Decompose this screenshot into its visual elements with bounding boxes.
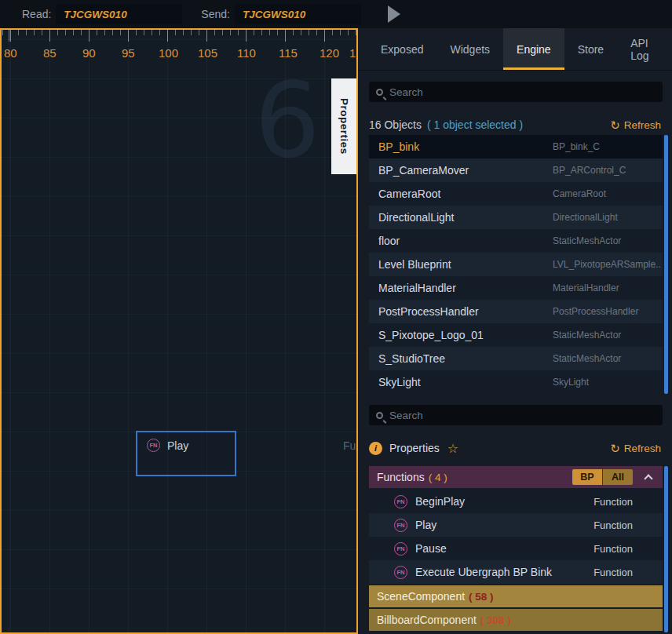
play-function-node[interactable]: FN Play xyxy=(136,431,236,476)
object-name: DirectionalLight xyxy=(378,211,553,224)
object-name: Level Blueprint xyxy=(378,258,553,271)
graph-viewport[interactable]: 80 85 90 95 100 105 110 115 120 1 6 Fun … xyxy=(0,28,358,634)
object-type: MaterialHandler xyxy=(553,282,661,293)
ruler-label: 120 xyxy=(320,46,339,60)
object-type: BP_bink_C xyxy=(553,141,661,152)
ruler-label: 115 xyxy=(279,46,298,60)
tab-label: Exposed xyxy=(381,43,423,56)
objects-refresh-button[interactable]: ↻ Refresh xyxy=(610,119,661,131)
object-row-cameraroot[interactable]: CameraRoot CameraRoot xyxy=(369,182,663,206)
object-row-skylight[interactable]: SkyLight SkyLight xyxy=(369,370,663,394)
function-row-execute-ubergraph[interactable]: FN Execute Ubergraph BP Bink Function xyxy=(369,560,663,584)
properties-side-tab[interactable]: Properties xyxy=(331,78,356,174)
section-title: BillboardComponent xyxy=(377,614,477,626)
tab-engine[interactable]: Engine xyxy=(503,28,564,70)
send-input[interactable] xyxy=(235,4,361,24)
tab-label: Engine xyxy=(517,43,551,56)
object-row-s-studiotree[interactable]: S_StudioTree StaticMeshActor xyxy=(369,347,663,370)
tab-label: API Log xyxy=(630,37,659,62)
app-window: Read: Send: 80 85 90 95 100 105 110 115 … xyxy=(0,0,672,634)
function-name: Pause xyxy=(415,542,593,555)
function-list: FN BeginPlay Function FN Play Function F… xyxy=(369,490,663,584)
section-header-scenecomponent[interactable]: SceneComponent ( 58 ) xyxy=(369,585,663,607)
function-type: Function xyxy=(593,567,633,578)
function-icon: FN xyxy=(394,519,407,532)
read-input[interactable] xyxy=(56,4,182,24)
faint-canvas-text: Fun xyxy=(343,439,358,452)
object-row-s-pixotope-logo[interactable]: S_Pixotope_Logo_01 StaticMeshActor xyxy=(369,323,663,347)
object-list-scrollbar[interactable] xyxy=(664,135,668,394)
properties-search-input[interactable] xyxy=(389,410,656,421)
object-type: PostProcessHandler xyxy=(553,306,661,317)
tab-label: Store xyxy=(578,43,604,56)
refresh-label: Refresh xyxy=(624,119,661,131)
object-type: SkyLight xyxy=(553,377,661,388)
objects-search-input[interactable] xyxy=(389,86,656,98)
object-row-postprocesshandler[interactable]: PostProcessHandler PostProcessHandler xyxy=(369,300,663,323)
ruler-label: 80 xyxy=(4,46,17,60)
right-panel: Exposed Widgets Engine Store API Log 16 … xyxy=(358,28,672,634)
function-name: Play xyxy=(415,519,593,531)
function-icon: FN xyxy=(394,542,407,556)
section-title: SceneComponent xyxy=(377,590,465,603)
ruler-label: 1 xyxy=(349,46,356,60)
object-type: LVL_PixotopeARSample.. xyxy=(553,259,661,270)
send-label: Send: xyxy=(201,8,230,20)
refresh-icon: ↻ xyxy=(610,119,620,131)
refresh-icon: ↻ xyxy=(610,443,620,454)
object-type: StaticMeshActor xyxy=(553,330,661,341)
function-row-pause[interactable]: FN Pause Function xyxy=(369,537,663,560)
object-type: StaticMeshActor xyxy=(553,235,661,246)
panel-tabs: Exposed Widgets Engine Store API Log xyxy=(358,28,672,71)
objects-selected-count: ( 1 object selected ) xyxy=(427,118,523,131)
chevron-up-icon[interactable] xyxy=(644,474,652,483)
object-name: S_StudioTree xyxy=(378,352,553,365)
object-type: BP_ARControl_C xyxy=(553,165,661,176)
section-header-billboardcomponent[interactable]: BillboardComponent ( 308 ) xyxy=(369,609,663,631)
object-name: BP_bink xyxy=(378,140,553,153)
tab-store[interactable]: Store xyxy=(564,28,617,70)
function-row-play[interactable]: FN Play Function xyxy=(369,513,663,537)
object-row-level-blueprint[interactable]: Level Blueprint LVL_PixotopeARSample.. xyxy=(369,253,663,276)
object-row-materialhandler[interactable]: MaterialHandler MaterialHandler xyxy=(369,276,663,300)
function-type: Function xyxy=(593,496,633,508)
objects-count: 16 Objects xyxy=(369,118,422,131)
play-icon[interactable] xyxy=(388,5,400,23)
properties-title: Properties xyxy=(389,442,440,454)
properties-scrollbar[interactable] xyxy=(664,466,668,632)
section-count: ( 308 ) xyxy=(480,614,511,626)
function-row-beginplay[interactable]: FN BeginPlay Function xyxy=(369,490,663,513)
node-header: FN Play xyxy=(137,432,235,452)
properties-search[interactable] xyxy=(369,405,663,425)
function-icon: FN xyxy=(394,495,407,508)
ruler-label: 90 xyxy=(82,46,96,60)
ruler-label: 100 xyxy=(159,46,178,60)
function-name: Execute Ubergraph BP Bink xyxy=(415,566,593,578)
section-header-functions[interactable]: Functions ( 4 ) BP All xyxy=(369,466,663,488)
all-filter-button[interactable]: All xyxy=(603,469,633,485)
bp-filter-button[interactable]: BP xyxy=(572,469,602,485)
function-type: Function xyxy=(593,543,633,555)
object-name: PostProcessHandler xyxy=(378,305,553,318)
refresh-label: Refresh xyxy=(624,443,661,454)
object-row-floor[interactable]: floor StaticMeshActor xyxy=(369,229,663,253)
object-row-directionallight[interactable]: DirectionalLight DirectionalLight xyxy=(369,206,663,229)
objects-search[interactable] xyxy=(369,82,663,102)
tab-api-log[interactable]: API Log xyxy=(617,28,672,70)
ruler-major-ticks xyxy=(2,30,356,42)
favorite-star-icon[interactable]: ☆ xyxy=(447,441,458,456)
search-icon xyxy=(376,412,383,419)
object-type: DirectionalLight xyxy=(553,212,661,223)
function-type: Function xyxy=(593,519,633,531)
object-row-bp-cameramover[interactable]: BP_CameraMover BP_ARControl_C xyxy=(369,158,663,182)
info-icon[interactable]: i xyxy=(369,442,382,455)
ruler-label: 105 xyxy=(198,46,217,60)
properties-refresh-button[interactable]: ↻ Refresh xyxy=(610,443,661,454)
object-row-bp-bink[interactable]: BP_bink BP_bink_C xyxy=(369,135,663,158)
tab-exposed[interactable]: Exposed xyxy=(367,28,436,70)
function-icon: FN xyxy=(147,439,160,452)
objects-summary-row: 16 Objects ( 1 object selected ) ↻ Refre… xyxy=(369,115,661,135)
ruler-label: 110 xyxy=(237,46,256,60)
tab-label: Widgets xyxy=(450,43,490,56)
tab-widgets[interactable]: Widgets xyxy=(436,28,503,70)
